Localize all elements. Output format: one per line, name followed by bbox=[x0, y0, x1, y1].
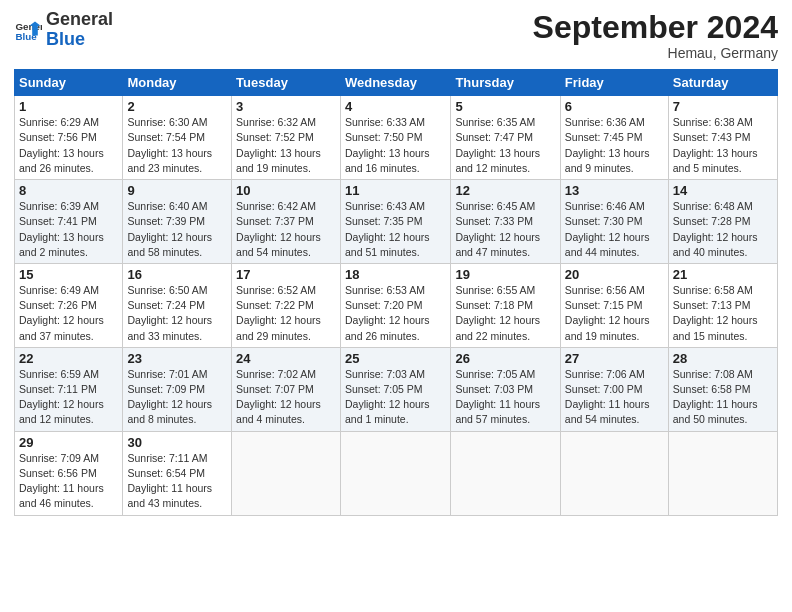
day-cell: 4Sunrise: 6:33 AM Sunset: 7:50 PM Daylig… bbox=[340, 96, 450, 180]
weekday-header-row: SundayMondayTuesdayWednesdayThursdayFrid… bbox=[15, 70, 778, 96]
day-cell: 25Sunrise: 7:03 AM Sunset: 7:05 PM Dayli… bbox=[340, 347, 450, 431]
day-cell: 3Sunrise: 6:32 AM Sunset: 7:52 PM Daylig… bbox=[232, 96, 341, 180]
day-info: Sunrise: 7:06 AM Sunset: 7:00 PM Dayligh… bbox=[565, 367, 664, 428]
day-info: Sunrise: 7:11 AM Sunset: 6:54 PM Dayligh… bbox=[127, 451, 227, 512]
day-number: 3 bbox=[236, 99, 336, 114]
day-cell bbox=[668, 431, 777, 515]
day-number: 12 bbox=[455, 183, 555, 198]
logo-icon: General Blue bbox=[14, 16, 42, 44]
day-cell: 14Sunrise: 6:48 AM Sunset: 7:28 PM Dayli… bbox=[668, 180, 777, 264]
weekday-wednesday: Wednesday bbox=[340, 70, 450, 96]
day-info: Sunrise: 7:09 AM Sunset: 6:56 PM Dayligh… bbox=[19, 451, 118, 512]
day-info: Sunrise: 7:01 AM Sunset: 7:09 PM Dayligh… bbox=[127, 367, 227, 428]
day-cell: 22Sunrise: 6:59 AM Sunset: 7:11 PM Dayli… bbox=[15, 347, 123, 431]
day-number: 23 bbox=[127, 351, 227, 366]
day-info: Sunrise: 6:45 AM Sunset: 7:33 PM Dayligh… bbox=[455, 199, 555, 260]
day-number: 25 bbox=[345, 351, 446, 366]
day-cell bbox=[232, 431, 341, 515]
weekday-tuesday: Tuesday bbox=[232, 70, 341, 96]
week-row-4: 22Sunrise: 6:59 AM Sunset: 7:11 PM Dayli… bbox=[15, 347, 778, 431]
day-info: Sunrise: 6:38 AM Sunset: 7:43 PM Dayligh… bbox=[673, 115, 773, 176]
week-row-2: 8Sunrise: 6:39 AM Sunset: 7:41 PM Daylig… bbox=[15, 180, 778, 264]
day-number: 16 bbox=[127, 267, 227, 282]
day-number: 5 bbox=[455, 99, 555, 114]
day-number: 26 bbox=[455, 351, 555, 366]
day-cell: 24Sunrise: 7:02 AM Sunset: 7:07 PM Dayli… bbox=[232, 347, 341, 431]
day-number: 7 bbox=[673, 99, 773, 114]
day-info: Sunrise: 6:48 AM Sunset: 7:28 PM Dayligh… bbox=[673, 199, 773, 260]
day-number: 10 bbox=[236, 183, 336, 198]
day-cell: 6Sunrise: 6:36 AM Sunset: 7:45 PM Daylig… bbox=[560, 96, 668, 180]
day-cell: 13Sunrise: 6:46 AM Sunset: 7:30 PM Dayli… bbox=[560, 180, 668, 264]
weekday-monday: Monday bbox=[123, 70, 232, 96]
day-info: Sunrise: 7:02 AM Sunset: 7:07 PM Dayligh… bbox=[236, 367, 336, 428]
day-cell: 9Sunrise: 6:40 AM Sunset: 7:39 PM Daylig… bbox=[123, 180, 232, 264]
day-number: 21 bbox=[673, 267, 773, 282]
day-info: Sunrise: 6:55 AM Sunset: 7:18 PM Dayligh… bbox=[455, 283, 555, 344]
day-number: 15 bbox=[19, 267, 118, 282]
day-number: 17 bbox=[236, 267, 336, 282]
day-cell: 18Sunrise: 6:53 AM Sunset: 7:20 PM Dayli… bbox=[340, 263, 450, 347]
day-info: Sunrise: 6:40 AM Sunset: 7:39 PM Dayligh… bbox=[127, 199, 227, 260]
day-cell: 21Sunrise: 6:58 AM Sunset: 7:13 PM Dayli… bbox=[668, 263, 777, 347]
week-row-5: 29Sunrise: 7:09 AM Sunset: 6:56 PM Dayli… bbox=[15, 431, 778, 515]
day-cell: 29Sunrise: 7:09 AM Sunset: 6:56 PM Dayli… bbox=[15, 431, 123, 515]
day-info: Sunrise: 6:58 AM Sunset: 7:13 PM Dayligh… bbox=[673, 283, 773, 344]
day-cell: 19Sunrise: 6:55 AM Sunset: 7:18 PM Dayli… bbox=[451, 263, 560, 347]
day-info: Sunrise: 6:59 AM Sunset: 7:11 PM Dayligh… bbox=[19, 367, 118, 428]
weekday-sunday: Sunday bbox=[15, 70, 123, 96]
day-info: Sunrise: 6:43 AM Sunset: 7:35 PM Dayligh… bbox=[345, 199, 446, 260]
day-cell: 16Sunrise: 6:50 AM Sunset: 7:24 PM Dayli… bbox=[123, 263, 232, 347]
day-info: Sunrise: 6:56 AM Sunset: 7:15 PM Dayligh… bbox=[565, 283, 664, 344]
calendar-page: General Blue General Blue September 2024… bbox=[0, 0, 792, 612]
day-info: Sunrise: 6:53 AM Sunset: 7:20 PM Dayligh… bbox=[345, 283, 446, 344]
day-number: 11 bbox=[345, 183, 446, 198]
day-cell: 28Sunrise: 7:08 AM Sunset: 6:58 PM Dayli… bbox=[668, 347, 777, 431]
day-cell: 2Sunrise: 6:30 AM Sunset: 7:54 PM Daylig… bbox=[123, 96, 232, 180]
day-cell: 7Sunrise: 6:38 AM Sunset: 7:43 PM Daylig… bbox=[668, 96, 777, 180]
day-cell: 30Sunrise: 7:11 AM Sunset: 6:54 PM Dayli… bbox=[123, 431, 232, 515]
title-block: September 2024 Hemau, Germany bbox=[533, 10, 778, 61]
day-info: Sunrise: 6:42 AM Sunset: 7:37 PM Dayligh… bbox=[236, 199, 336, 260]
day-number: 8 bbox=[19, 183, 118, 198]
header: General Blue General Blue September 2024… bbox=[14, 10, 778, 61]
day-number: 28 bbox=[673, 351, 773, 366]
logo-text: General Blue bbox=[46, 10, 113, 50]
day-number: 4 bbox=[345, 99, 446, 114]
day-cell bbox=[451, 431, 560, 515]
day-cell: 17Sunrise: 6:52 AM Sunset: 7:22 PM Dayli… bbox=[232, 263, 341, 347]
day-info: Sunrise: 6:36 AM Sunset: 7:45 PM Dayligh… bbox=[565, 115, 664, 176]
day-number: 13 bbox=[565, 183, 664, 198]
day-cell bbox=[340, 431, 450, 515]
location: Hemau, Germany bbox=[533, 45, 778, 61]
day-cell: 10Sunrise: 6:42 AM Sunset: 7:37 PM Dayli… bbox=[232, 180, 341, 264]
day-info: Sunrise: 6:35 AM Sunset: 7:47 PM Dayligh… bbox=[455, 115, 555, 176]
day-info: Sunrise: 7:05 AM Sunset: 7:03 PM Dayligh… bbox=[455, 367, 555, 428]
day-cell: 26Sunrise: 7:05 AM Sunset: 7:03 PM Dayli… bbox=[451, 347, 560, 431]
day-cell bbox=[560, 431, 668, 515]
month-title: September 2024 bbox=[533, 10, 778, 45]
day-info: Sunrise: 7:03 AM Sunset: 7:05 PM Dayligh… bbox=[345, 367, 446, 428]
day-number: 29 bbox=[19, 435, 118, 450]
day-number: 18 bbox=[345, 267, 446, 282]
day-number: 14 bbox=[673, 183, 773, 198]
day-cell: 23Sunrise: 7:01 AM Sunset: 7:09 PM Dayli… bbox=[123, 347, 232, 431]
week-row-1: 1Sunrise: 6:29 AM Sunset: 7:56 PM Daylig… bbox=[15, 96, 778, 180]
day-cell: 5Sunrise: 6:35 AM Sunset: 7:47 PM Daylig… bbox=[451, 96, 560, 180]
day-cell: 1Sunrise: 6:29 AM Sunset: 7:56 PM Daylig… bbox=[15, 96, 123, 180]
day-number: 20 bbox=[565, 267, 664, 282]
day-info: Sunrise: 6:30 AM Sunset: 7:54 PM Dayligh… bbox=[127, 115, 227, 176]
day-info: Sunrise: 6:52 AM Sunset: 7:22 PM Dayligh… bbox=[236, 283, 336, 344]
logo: General Blue General Blue bbox=[14, 10, 113, 50]
day-info: Sunrise: 6:46 AM Sunset: 7:30 PM Dayligh… bbox=[565, 199, 664, 260]
day-cell: 12Sunrise: 6:45 AM Sunset: 7:33 PM Dayli… bbox=[451, 180, 560, 264]
day-info: Sunrise: 6:33 AM Sunset: 7:50 PM Dayligh… bbox=[345, 115, 446, 176]
calendar-body: 1Sunrise: 6:29 AM Sunset: 7:56 PM Daylig… bbox=[15, 96, 778, 515]
day-info: Sunrise: 6:50 AM Sunset: 7:24 PM Dayligh… bbox=[127, 283, 227, 344]
day-number: 1 bbox=[19, 99, 118, 114]
day-cell: 15Sunrise: 6:49 AM Sunset: 7:26 PM Dayli… bbox=[15, 263, 123, 347]
weekday-saturday: Saturday bbox=[668, 70, 777, 96]
day-number: 30 bbox=[127, 435, 227, 450]
day-cell: 11Sunrise: 6:43 AM Sunset: 7:35 PM Dayli… bbox=[340, 180, 450, 264]
day-info: Sunrise: 6:49 AM Sunset: 7:26 PM Dayligh… bbox=[19, 283, 118, 344]
